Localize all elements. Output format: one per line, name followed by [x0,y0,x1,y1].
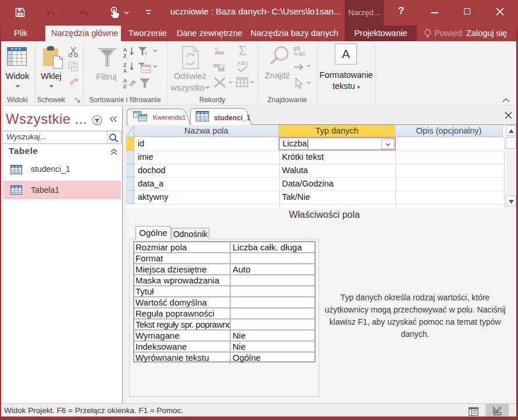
svg-text:Z: Z [123,53,127,58]
svg-text:A: A [123,68,127,73]
svg-text:Z: Z [123,62,127,68]
svg-text:A: A [123,47,127,53]
svg-text:Z: Z [123,84,127,89]
svg-text:A: A [123,78,127,84]
